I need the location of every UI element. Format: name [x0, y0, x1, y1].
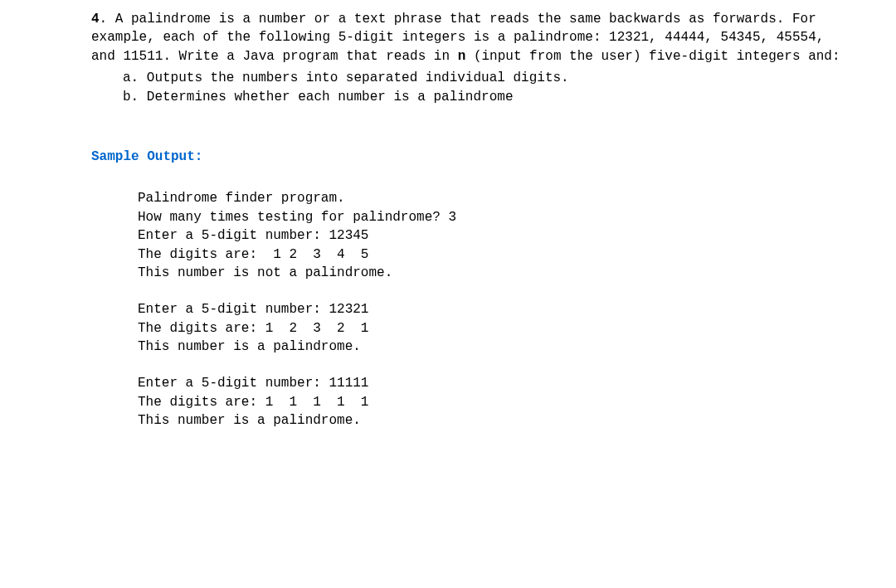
output-intro: Palindrome finder program. How many time…: [138, 189, 855, 282]
problem-text-after: (input from the user) five-digit integer…: [465, 49, 840, 64]
output-line: Enter a 5-digit number: 11111: [138, 374, 855, 392]
problem-variable-n: n: [458, 49, 466, 64]
sub-items-list: a. Outputs the numbers into separated in…: [91, 69, 855, 106]
problem-number: 4: [91, 12, 100, 27]
problem-statement: 4. A palindrome is a number or a text ph…: [91, 10, 855, 66]
output-line: This number is not a palindrome.: [138, 264, 855, 282]
output-block: Palindrome finder program. How many time…: [91, 189, 855, 430]
output-line: The digits are: 1 2 3 2 1: [138, 319, 855, 338]
output-line: This number is a palindrome.: [138, 411, 855, 430]
output-line: The digits are: 1 1 1 1 1: [138, 393, 855, 411]
sample-output-heading: Sample Output:: [91, 148, 855, 166]
sub-item-a: a. Outputs the numbers into separated in…: [123, 69, 855, 87]
output-line: The digits are: 1 2 3 4 5: [138, 245, 855, 264]
output-run: Enter a 5-digit number: 11111 The digits…: [138, 374, 855, 430]
output-line: This number is a palindrome.: [138, 338, 855, 356]
output-line: Enter a 5-digit number: 12345: [138, 226, 855, 245]
output-run: Enter a 5-digit number: 12321 The digits…: [138, 300, 855, 356]
output-line: How many times testing for palindrome? 3: [138, 208, 855, 226]
output-line: Enter a 5-digit number: 12321: [138, 300, 855, 318]
sub-item-b: b. Determines whether each number is a p…: [123, 88, 855, 106]
output-line: Palindrome finder program.: [138, 189, 855, 207]
